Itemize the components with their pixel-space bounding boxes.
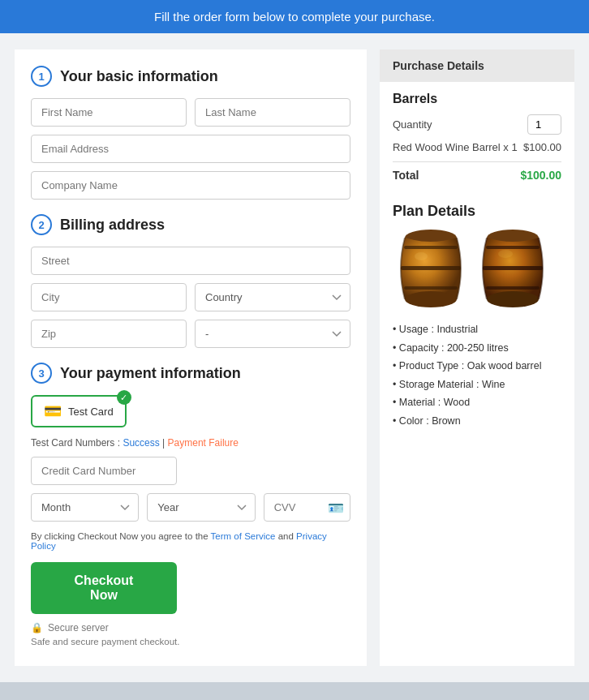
cvv-wrapper: 🪪: [264, 493, 350, 522]
purchase-section-title: Barrels: [393, 92, 561, 106]
item-row: Red Wood Wine Barrel x 1 $100.00: [393, 141, 561, 153]
quantity-input[interactable]: [527, 114, 561, 135]
section3-title: Your payment information: [60, 365, 241, 382]
svg-rect-9: [483, 266, 543, 270]
barrel-image-2: [475, 228, 552, 309]
item-label: Red Wood Wine Barrel x 1: [393, 141, 518, 153]
item-price: $100.00: [523, 141, 561, 153]
state-select[interactable]: -: [195, 320, 350, 348]
section1-number: 1: [31, 66, 52, 87]
terms-prefix: By clicking Checkout Now you agree to th…: [31, 531, 211, 541]
page-wrapper: Fill the order form below to complete yo…: [0, 0, 589, 700]
section1-title: Your basic information: [60, 68, 218, 85]
section1-header: 1 Your basic information: [31, 66, 350, 87]
left-panel: 1 Your basic information 2 Billing addre…: [15, 49, 367, 666]
plan-features: Usage : IndustrialCapacity : 200-250 lit…: [380, 320, 574, 430]
plan-title: Plan Details: [380, 203, 574, 220]
card-label: Test Card: [68, 406, 114, 418]
year-select[interactable]: Year: [147, 493, 255, 522]
checkout-button[interactable]: Checkout Now: [31, 562, 177, 614]
plan-feature-item: Storage Material : Wine: [393, 376, 561, 394]
company-row: [31, 171, 350, 200]
plan-feature-item: Usage : Industrial: [393, 320, 561, 339]
test-card-option[interactable]: 💳 Test Card ✓: [31, 395, 127, 427]
top-banner: Fill the order form below to complete yo…: [0, 0, 589, 33]
street-input[interactable]: [31, 247, 350, 275]
test-card-label: Test Card Numbers :: [31, 437, 120, 449]
secure-row: 🔒 Secure server: [31, 622, 350, 633]
purchase-body: Barrels Quantity Red Wood Wine Barrel x …: [380, 82, 574, 203]
plan-feature-item: Material : Wood: [393, 393, 561, 412]
total-price: $100.00: [520, 169, 561, 182]
terms-and: and: [276, 531, 297, 541]
svg-rect-3: [401, 266, 461, 270]
street-row: [31, 247, 350, 275]
purchase-header: Purchase Details: [380, 49, 574, 82]
section2-title: Billing address: [60, 217, 165, 234]
card-icon: 💳: [44, 402, 62, 420]
section3-number: 3: [31, 363, 52, 384]
total-row: Total $100.00: [393, 169, 561, 182]
last-name-input[interactable]: [195, 98, 350, 127]
lock-icon: 🔒: [31, 622, 43, 633]
cvv-card-icon: 🪪: [328, 500, 344, 515]
plan-feature-item: Product Type : Oak wood barrel: [393, 357, 561, 376]
banner-text: Fill the order form below to complete yo…: [154, 10, 435, 24]
secure-label: Secure server: [48, 622, 109, 633]
quantity-row: Quantity: [393, 114, 561, 135]
svg-rect-4: [404, 286, 458, 290]
company-input[interactable]: [31, 171, 350, 200]
barrel-image-1: [393, 228, 470, 309]
safe-text: Safe and secure payment checkout.: [31, 637, 350, 646]
success-link[interactable]: Success: [123, 437, 159, 449]
city-input[interactable]: [31, 283, 187, 311]
right-panel: Purchase Details Barrels Quantity Red Wo…: [380, 49, 574, 666]
first-name-input[interactable]: [31, 98, 187, 127]
failure-link[interactable]: Payment Failure: [168, 437, 239, 449]
terms-link[interactable]: Term of Service: [211, 531, 276, 541]
svg-rect-8: [486, 246, 540, 249]
main-content: 1 Your basic information 2 Billing addre…: [0, 33, 589, 682]
svg-point-1: [405, 291, 457, 307]
svg-point-7: [487, 291, 539, 307]
email-input[interactable]: [31, 135, 350, 163]
zip-state-row: -: [31, 320, 350, 348]
plan-feature-item: Color : Brown: [393, 412, 561, 431]
zip-input[interactable]: [31, 320, 187, 348]
total-label: Total: [393, 169, 419, 182]
terms-text: By clicking Checkout Now you agree to th…: [31, 531, 350, 551]
section2-number: 2: [31, 214, 52, 235]
cc-input[interactable]: [31, 457, 177, 485]
quantity-label: Quantity: [393, 118, 432, 131]
svg-rect-2: [404, 246, 458, 249]
name-row: [31, 98, 350, 127]
expiry-cvv-row: Month Year 🪪: [31, 493, 350, 522]
divider: [393, 161, 561, 162]
section2-header: 2 Billing address: [31, 214, 350, 235]
city-country-row: Country: [31, 283, 350, 311]
barrel-images: [380, 228, 574, 309]
test-card-info: Test Card Numbers : Success | Payment Fa…: [31, 437, 350, 449]
plan-feature-item: Capacity : 200-250 litres: [393, 339, 561, 358]
country-select[interactable]: Country: [195, 283, 350, 311]
month-select[interactable]: Month: [31, 493, 139, 522]
card-check-icon: ✓: [117, 390, 131, 405]
svg-point-5: [415, 252, 428, 260]
svg-point-11: [498, 250, 513, 258]
svg-rect-10: [486, 286, 540, 290]
section3-header: 3 Your payment information: [31, 363, 350, 384]
cc-row: [31, 457, 350, 485]
email-row: [31, 135, 350, 163]
